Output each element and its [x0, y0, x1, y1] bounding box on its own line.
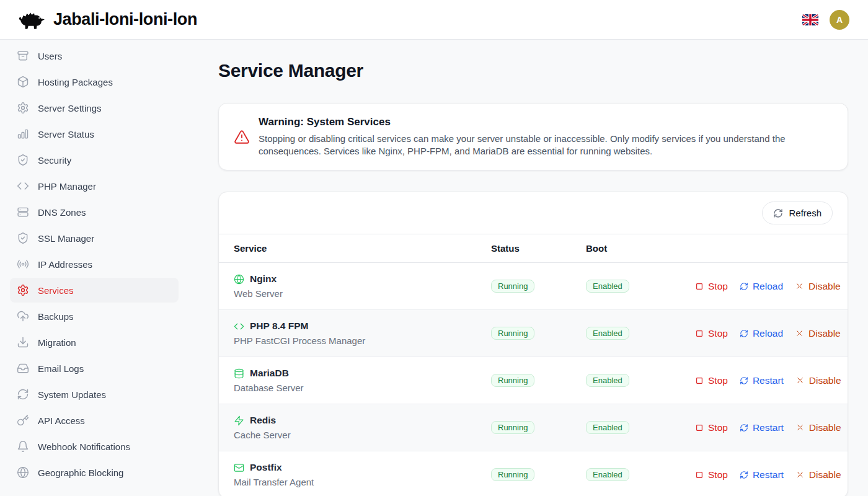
stop-icon — [695, 423, 704, 432]
sidebar-item-server-settings[interactable]: Server Settings — [10, 95, 179, 120]
sidebar-item-system-updates[interactable]: System Updates — [10, 382, 179, 407]
disable-button[interactable]: Disable — [795, 375, 841, 386]
database-icon — [234, 368, 244, 379]
refresh-icon — [740, 376, 748, 385]
reload-button[interactable]: Reload — [740, 328, 783, 339]
service-description: PHP FastCGI Process Manager — [234, 335, 491, 346]
sidebar-item-users[interactable]: Users — [10, 43, 179, 68]
sidebar-item-label: IP Addresses — [38, 259, 92, 270]
restart-button[interactable]: Restart — [740, 422, 784, 433]
stop-button[interactable]: Stop — [695, 469, 728, 480]
sidebar-item-dns-zones[interactable]: DNS Zones — [10, 200, 179, 224]
restart-button[interactable]: Restart — [740, 469, 784, 480]
page-title: Service Manager — [218, 60, 848, 81]
sidebar-item-label: API Access — [38, 415, 85, 426]
refresh-icon — [17, 388, 29, 401]
stop-icon — [695, 471, 704, 479]
warning-banner: Warning: System Services Stopping or dis… — [218, 103, 848, 170]
services-card: Refresh Service Status Boot Nginx Web Se… — [218, 192, 848, 496]
sidebar-item-php-manager[interactable]: PHP Manager — [10, 174, 179, 198]
key-icon — [17, 414, 29, 427]
service-name: PHP 8.4 FPM — [250, 321, 308, 332]
sidebar-item-ssl-manager[interactable]: SSL Manager — [10, 226, 179, 250]
stop-button[interactable]: Stop — [695, 422, 728, 433]
x-icon — [795, 329, 804, 338]
sidebar-item-services[interactable]: Services — [10, 278, 179, 303]
row-actions: Stop Restart Disable — [695, 422, 848, 433]
sidebar-item-label: Users — [38, 51, 62, 61]
boot-badge: Enabled — [586, 421, 629, 434]
stop-icon — [695, 282, 704, 291]
refresh-button[interactable]: Refresh — [762, 202, 833, 224]
brand[interactable]: Jabali-loni-loni-lon — [10, 9, 197, 30]
table-header: Service Status Boot — [219, 234, 848, 263]
disable-button[interactable]: Disable — [795, 422, 841, 433]
reload-button[interactable]: Reload — [740, 281, 783, 292]
service-description: Web Server — [234, 288, 491, 299]
sidebar-item-webhook-notifications[interactable]: Webhook Notifications — [10, 434, 179, 459]
sidebar-item-server-status[interactable]: Server Status — [10, 122, 179, 146]
row-actions: Stop Reload Disable — [695, 328, 848, 339]
sidebar-item-label: Migration — [38, 337, 76, 348]
sidebar-item-label: Services — [38, 285, 74, 296]
server-icon — [17, 206, 29, 218]
gear-icon — [17, 284, 29, 296]
disable-button[interactable]: Disable — [795, 328, 841, 339]
disable-button[interactable]: Disable — [795, 469, 841, 480]
column-header-status: Status — [491, 234, 586, 262]
sidebar-item-security[interactable]: Security — [10, 148, 179, 172]
avatar[interactable]: A — [830, 10, 849, 30]
sidebar-item-label: Webhook Notifications — [38, 441, 130, 452]
sidebar-nav: Users Hosting Packages Server Settings S… — [0, 40, 188, 496]
row-actions: Stop Restart Disable — [695, 375, 848, 386]
inbox-icon — [17, 362, 29, 374]
services-toolbar: Refresh — [219, 192, 848, 234]
column-header-actions — [695, 240, 848, 257]
service-name: Nginx — [250, 273, 277, 285]
sidebar-item-label: Security — [38, 155, 71, 166]
stop-button[interactable]: Stop — [695, 328, 728, 339]
table-row-nginx: Nginx Web Server Running Enabled Stop Re… — [219, 263, 848, 309]
sidebar-item-geographic-blocking[interactable]: Geographic Blocking — [10, 460, 179, 485]
sidebar-item-ip-addresses[interactable]: IP Addresses — [10, 252, 179, 277]
refresh-icon — [740, 329, 748, 338]
radio-icon — [17, 258, 29, 270]
sidebar-item-email-logs[interactable]: Email Logs — [10, 356, 179, 381]
refresh-icon — [740, 471, 748, 479]
status-badge: Running — [491, 327, 534, 340]
sidebar-item-backups[interactable]: Backups — [10, 304, 179, 329]
sidebar-item-api-access[interactable]: API Access — [10, 408, 179, 433]
stop-icon — [695, 376, 704, 385]
sidebar-item-label: Backups — [38, 311, 74, 322]
disable-button[interactable]: Disable — [795, 281, 841, 292]
code-icon — [234, 321, 244, 332]
service-description: Cache Server — [234, 430, 491, 440]
status-badge: Running — [491, 468, 534, 481]
sidebar-item-label: DNS Zones — [38, 207, 86, 218]
service-name: Postfix — [250, 462, 282, 473]
archive-icon — [17, 50, 29, 62]
service-name: Redis — [250, 415, 276, 426]
restart-button[interactable]: Restart — [740, 375, 784, 386]
boot-badge: Enabled — [586, 327, 629, 340]
globe-icon — [234, 274, 244, 285]
row-actions: Stop Restart Disable — [695, 469, 848, 480]
language-flag-uk-icon[interactable] — [802, 14, 818, 25]
stop-button[interactable]: Stop — [695, 281, 728, 292]
bars-icon — [17, 128, 29, 140]
topbar: Jabali-loni-loni-lon A — [0, 0, 868, 40]
service-description: Mail Transfer Agent — [234, 477, 491, 487]
service-description: Database Server — [234, 383, 491, 393]
table-row-mariadb: MariaDB Database Server Running Enabled … — [219, 356, 848, 404]
sidebar-item-migration[interactable]: Migration — [10, 330, 179, 355]
sidebar-item-hosting-packages[interactable]: Hosting Packages — [10, 69, 179, 94]
bell-icon — [17, 440, 29, 453]
stop-button[interactable]: Stop — [695, 375, 728, 386]
stop-icon — [695, 329, 704, 338]
table-row-postfix: Postfix Mail Transfer Agent Running Enab… — [219, 451, 848, 496]
x-icon — [795, 470, 805, 479]
boar-icon — [17, 9, 47, 30]
boot-badge: Enabled — [586, 374, 629, 387]
x-icon — [795, 281, 804, 291]
refresh-label: Refresh — [789, 208, 822, 218]
